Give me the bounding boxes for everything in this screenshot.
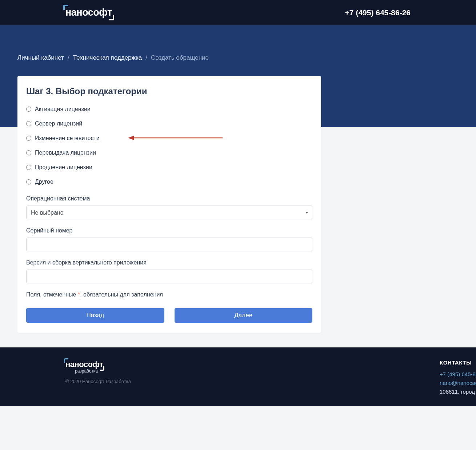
footer-contacts-title: КОНТАКТЫ	[440, 358, 476, 367]
bracket-icon	[64, 358, 68, 363]
form-card: Шаг 3. Выбор подкатегории Активация лице…	[17, 76, 321, 333]
radio-option[interactable]: Сервер лицензий	[26, 120, 312, 127]
header-phone[interactable]: +7 (495) 645-86-26	[345, 8, 411, 17]
radio-option[interactable]: Продление лицензии	[26, 164, 312, 171]
os-select[interactable]: Не выбрано	[26, 206, 312, 219]
version-field: Версия и сборка вертикального приложения	[26, 259, 312, 283]
bracket-icon	[100, 366, 104, 371]
footer-contacts-address: 108811, город Москва	[440, 387, 476, 396]
serial-input[interactable]	[26, 238, 312, 251]
next-button[interactable]: Далее	[175, 308, 313, 323]
required-note-pre: Поля, отмеченные	[26, 291, 78, 298]
step-title: Шаг 3. Выбор подкатегории	[26, 86, 312, 96]
footer-contacts-phone[interactable]: +7 (495) 645-86-26	[440, 370, 476, 379]
breadcrumb-item-support[interactable]: Техническая поддержка	[73, 54, 142, 61]
radio-input[interactable]	[26, 107, 31, 112]
footer-contacts: КОНТАКТЫ +7 (495) 645-86-26 nano@nanocad…	[440, 358, 476, 396]
back-button[interactable]: Назад	[26, 308, 164, 323]
os-label: Операционная система	[26, 195, 312, 202]
serial-label: Серийный номер	[26, 227, 312, 234]
breadcrumb-item-current: Создать обращение	[151, 54, 209, 61]
radio-label[interactable]: Другое	[35, 179, 53, 185]
bracket-icon	[109, 15, 114, 20]
top-header: нанософт +7 (495) 645-86-26	[0, 0, 476, 25]
version-label: Версия и сборка вертикального приложения	[26, 259, 312, 266]
footer-brand-name: нанософт	[65, 360, 103, 369]
radio-label[interactable]: Продление лицензии	[35, 164, 92, 171]
brand-logo[interactable]: нанософт	[65, 7, 112, 18]
footer-logo[interactable]: нанософт	[65, 360, 103, 369]
radio-option[interactable]: Перевыдача лицензии	[26, 150, 312, 156]
radio-option[interactable]: Активация лицензии	[26, 106, 312, 112]
footer-brand-sub: разработка	[75, 369, 476, 374]
required-note: Поля, отмеченные *, обязательны для запо…	[26, 291, 312, 298]
required-note-post: , обязательны для заполнения	[80, 291, 163, 298]
subcategory-radio-group: Активация лицензии Сервер лицензий Измен…	[26, 106, 312, 185]
page-footer: нанософт разработка © 2020 Нанософт Разр…	[0, 347, 476, 406]
breadcrumb-item-account[interactable]: Личный кабинет	[17, 54, 64, 61]
version-input[interactable]	[26, 270, 312, 283]
bracket-icon	[63, 5, 68, 10]
footer-copyright: © 2020 Нанософт Разработка	[65, 379, 476, 384]
breadcrumb: Личный кабинет / Техническая поддержка /…	[0, 54, 476, 61]
radio-input[interactable]	[26, 179, 31, 184]
radio-input[interactable]	[26, 121, 31, 126]
radio-label[interactable]: Активация лицензии	[35, 106, 91, 112]
radio-option[interactable]: Другое	[26, 179, 312, 185]
brand-name: нанософт	[65, 7, 112, 18]
breadcrumb-separator: /	[68, 54, 69, 61]
os-field: Операционная система Не выбрано ▾	[26, 195, 312, 219]
radio-input[interactable]	[26, 165, 31, 170]
radio-option[interactable]: Изменение сетевитости	[26, 135, 312, 142]
button-row: Назад Далее	[26, 308, 312, 323]
radio-input[interactable]	[26, 150, 31, 155]
radio-label[interactable]: Сервер лицензий	[35, 120, 82, 127]
radio-input[interactable]	[26, 136, 31, 141]
serial-field: Серийный номер	[26, 227, 312, 251]
footer-contacts-email[interactable]: nano@nanocad.ru	[440, 379, 476, 387]
breadcrumb-separator: /	[145, 54, 147, 61]
radio-label[interactable]: Изменение сетевитости	[35, 135, 100, 142]
radio-label[interactable]: Перевыдача лицензии	[35, 150, 96, 156]
